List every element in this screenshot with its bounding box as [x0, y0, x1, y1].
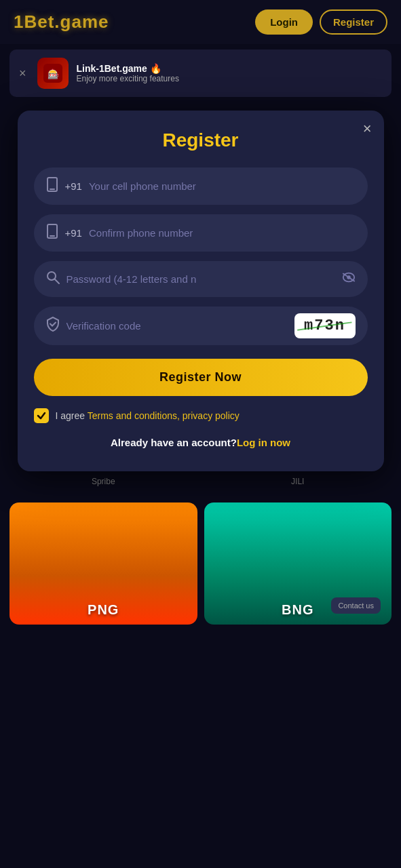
bottom-games: PNG BNG Contact us [0, 502, 401, 625]
confirm-phone-icon [46, 224, 58, 242]
modal-title: Register [34, 130, 368, 151]
password-input[interactable] [66, 273, 335, 285]
modal-close-button[interactable]: × [363, 121, 372, 136]
phone-input-group: +91 [34, 167, 368, 205]
login-button[interactable]: Login [255, 9, 313, 35]
game-card-png[interactable]: PNG [9, 502, 197, 625]
contact-us-badge[interactable]: Contact us [331, 597, 381, 614]
register-modal: × Register +91 +91 [18, 111, 384, 471]
agree-checkbox[interactable] [34, 408, 49, 423]
captcha-image[interactable]: m73n [294, 313, 356, 338]
register-now-button[interactable]: Register Now [34, 359, 368, 396]
register-nav-button[interactable]: Register [320, 9, 387, 35]
search-icon [46, 271, 60, 288]
phone-prefix: +91 [65, 180, 82, 192]
notification-icon: 🎰 [37, 58, 69, 89]
shield-icon [46, 317, 60, 335]
confirm-prefix: +91 [65, 227, 82, 239]
notification-close-icon[interactable]: × [19, 66, 26, 81]
notification-banner: × 🎰 Link-1Bet.game 🔥 Enjoy more exciting… [9, 50, 392, 97]
verification-input[interactable] [66, 320, 288, 332]
agree-text: I agree Terms and conditions, privacy po… [56, 410, 240, 421]
svg-text:🎰: 🎰 [47, 68, 59, 80]
provider-jili: JILI [204, 474, 392, 486]
confirm-phone-input[interactable] [89, 227, 356, 239]
terms-link[interactable]: Terms and conditions, privacy policy [88, 410, 240, 421]
notification-subtitle: Enjoy more exciting features [77, 74, 179, 83]
game-card-png-label: PNG [9, 602, 197, 618]
password-input-group [34, 261, 368, 297]
game-card-bng[interactable]: BNG Contact us [204, 502, 392, 625]
notification-title: Link-1Bet.game 🔥 [77, 63, 179, 74]
brand-logo: 1Bet.game [14, 12, 109, 33]
svg-point-6 [47, 272, 56, 280]
phone-icon [46, 177, 58, 195]
svg-line-7 [55, 279, 59, 283]
provider-spribe: Spribe [9, 474, 197, 486]
modal-overlay: × Register +91 +91 [0, 111, 401, 471]
eye-off-icon[interactable] [342, 272, 356, 286]
notification-text: Link-1Bet.game 🔥 Enjoy more exciting fea… [77, 63, 179, 83]
confirm-phone-input-group: +91 [34, 214, 368, 252]
login-row: Already have an account?Log in now [34, 437, 368, 451]
captcha-input-group: m73n [34, 307, 368, 345]
already-text: Already have an account? [111, 437, 237, 448]
svg-rect-3 [50, 189, 55, 190]
login-now-link[interactable]: Log in now [237, 437, 290, 448]
svg-rect-5 [50, 235, 55, 237]
provider-row: Spribe JILI [0, 471, 401, 486]
phone-input[interactable] [89, 180, 356, 192]
agree-row: I agree Terms and conditions, privacy po… [34, 408, 368, 423]
nav-buttons: Login Register [255, 9, 387, 35]
top-navigation: 1Bet.game Login Register [0, 0, 401, 44]
